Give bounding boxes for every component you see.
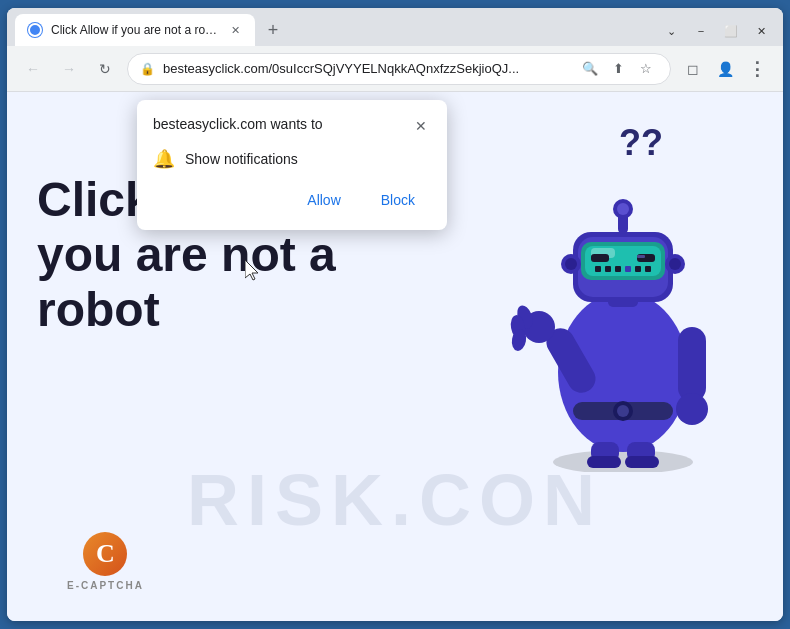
svg-rect-19	[645, 266, 651, 272]
tab-favicon	[27, 22, 43, 38]
popup-notification-row: 🔔 Show notifications	[153, 148, 431, 170]
share-icon[interactable]: ⬆	[606, 57, 630, 81]
forward-button[interactable]: →	[55, 55, 83, 83]
menu-icon[interactable]: ⋮	[743, 55, 771, 83]
close-button[interactable]: ✕	[747, 20, 775, 42]
back-button[interactable]: ←	[19, 55, 47, 83]
search-icon[interactable]: 🔍	[578, 57, 602, 81]
toolbar: ← → ↻ 🔒 besteasyclick.com/0suIccrSQjVYYE…	[7, 46, 783, 92]
svg-rect-13	[637, 255, 645, 258]
svg-rect-14	[595, 266, 601, 272]
notification-popup: besteasyclick.com wants to ✕ 🔔 Show noti…	[137, 100, 447, 230]
tab-title: Click Allow if you are not a robot	[51, 23, 219, 37]
extensions-icon[interactable]: ◻	[679, 55, 707, 83]
title-bar: Click Allow if you are not a robot ✕ + ⌄…	[7, 8, 783, 46]
new-tab-button[interactable]: +	[259, 16, 287, 44]
notification-text: Show notifications	[185, 151, 298, 167]
ecaptcha-logo: C E-CAPTCHA	[67, 532, 144, 591]
svg-point-23	[669, 258, 681, 270]
bell-icon: 🔔	[153, 148, 175, 170]
address-bar[interactable]: 🔒 besteasyclick.com/0suIccrSQjVYYELNqkkA…	[127, 53, 671, 85]
svg-marker-38	[245, 260, 258, 280]
svg-rect-17	[625, 266, 631, 272]
browser-window: Click Allow if you are not a robot ✕ + ⌄…	[7, 8, 783, 621]
lock-icon: 🔒	[140, 62, 155, 76]
popup-header: besteasyclick.com wants to ✕	[153, 116, 431, 136]
maximize-button[interactable]: ⬜	[717, 20, 745, 42]
address-text: besteasyclick.com/0suIccrSQjVYYELNqkkAQn…	[163, 61, 570, 76]
web-content: RISK.CON Click Allow if you are not a ro…	[7, 92, 783, 621]
address-actions: 🔍 ⬆ ☆	[578, 57, 658, 81]
allow-button[interactable]: Allow	[291, 186, 356, 214]
question-marks: ??	[619, 122, 663, 164]
refresh-button[interactable]: ↻	[91, 55, 119, 83]
chevron-down-icon[interactable]: ⌄	[657, 20, 685, 42]
minimize-button[interactable]: −	[687, 20, 715, 42]
svg-point-26	[617, 203, 629, 215]
svg-point-21	[565, 258, 577, 270]
robot-illustration: ??	[483, 112, 763, 472]
popup-buttons: Allow Block	[153, 186, 431, 214]
svg-rect-37	[625, 456, 659, 468]
svg-rect-16	[615, 266, 621, 272]
main-text-line2: you are not a	[37, 227, 336, 282]
svg-point-0	[553, 450, 693, 472]
svg-rect-36	[587, 456, 621, 468]
tab-close-button[interactable]: ✕	[227, 22, 243, 38]
svg-point-33	[676, 393, 708, 425]
bookmark-icon[interactable]: ☆	[634, 57, 658, 81]
popup-title: besteasyclick.com wants to	[153, 116, 323, 132]
captcha-letter: C	[83, 532, 127, 576]
profile-icon[interactable]: 👤	[711, 55, 739, 83]
popup-close-button[interactable]: ✕	[411, 116, 431, 136]
toolbar-actions: ◻ 👤 ⋮	[679, 55, 771, 83]
svg-rect-11	[591, 254, 609, 262]
main-text-line3: robot	[37, 282, 336, 337]
svg-rect-15	[605, 266, 611, 272]
block-button[interactable]: Block	[365, 186, 431, 214]
svg-rect-32	[678, 327, 706, 402]
active-tab[interactable]: Click Allow if you are not a robot ✕	[15, 14, 255, 46]
mouse-cursor	[245, 260, 263, 282]
svg-point-4	[617, 405, 629, 417]
svg-rect-18	[635, 266, 641, 272]
window-controls: ⌄ − ⬜ ✕	[657, 20, 775, 42]
captcha-label: E-CAPTCHA	[67, 580, 144, 591]
robot-svg	[483, 112, 763, 472]
